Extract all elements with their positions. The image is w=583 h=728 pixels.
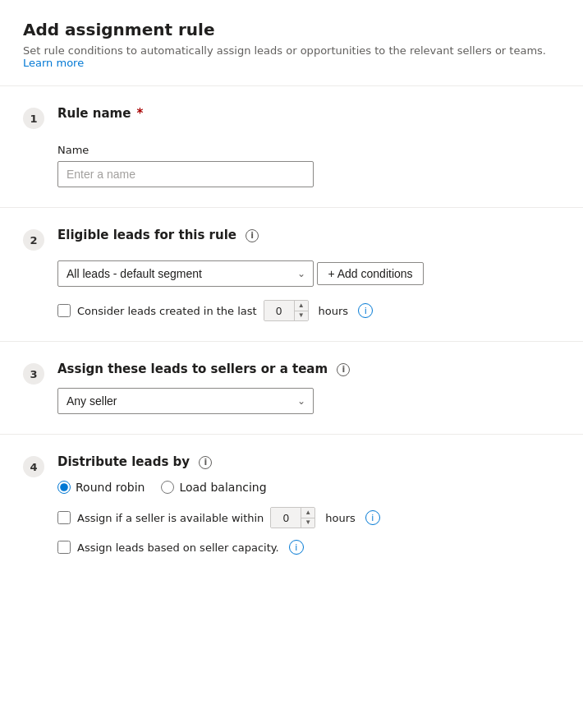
consider-leads-label: Consider leads created in the last [77, 305, 257, 317]
available-hours-label: hours [325, 512, 356, 524]
segment-dropdown-wrapper: All leads - default segment ⌄ [57, 260, 314, 287]
segment-dropdown[interactable]: All leads - default segment [57, 260, 314, 287]
available-within-row: Assign if a seller is available within ▲… [57, 507, 560, 528]
distribute-content: Distribute leads by i Round robin Load b… [57, 454, 560, 555]
assign-sellers-content: Assign these leads to sellers or a team … [57, 362, 560, 414]
leads-hours-info-icon[interactable]: i [358, 303, 373, 318]
eligible-leads-section: 2 Eligible leads for this rule i All lea… [23, 208, 560, 341]
available-hours-input[interactable] [271, 508, 301, 528]
page-title: Add assignment rule [23, 20, 560, 39]
rule-name-section: 1 Rule name * Name [23, 86, 560, 207]
required-asterisk: * [137, 106, 144, 121]
available-hours-down-button[interactable]: ▼ [301, 518, 314, 528]
available-hours-spinner: ▲ ▼ [270, 507, 315, 528]
step-3-circle: 3 [23, 363, 44, 385]
name-label: Name [57, 144, 560, 156]
step-2-circle: 2 [23, 229, 44, 251]
available-hours-up-button[interactable]: ▲ [301, 508, 314, 518]
distribute-section: 4 Distribute leads by i Round robin Load… [23, 435, 560, 574]
round-robin-radio[interactable] [57, 481, 71, 494]
leads-hours-up-button[interactable]: ▲ [295, 301, 308, 311]
round-robin-label: Round robin [76, 481, 145, 494]
rule-name-content: Rule name * Name [57, 106, 560, 187]
load-balancing-label: Load balancing [179, 481, 266, 494]
leads-hours-spinner: ▲ ▼ [264, 300, 309, 321]
load-balancing-radio[interactable] [161, 481, 174, 494]
eligible-leads-content: Eligible leads for this rule i All leads… [57, 228, 560, 321]
leads-hours-spinner-buttons: ▲ ▼ [294, 301, 308, 320]
leads-hours-label: hours [319, 305, 349, 317]
leads-hours-down-button[interactable]: ▼ [295, 311, 308, 321]
rule-name-title: Rule name * [57, 106, 143, 121]
seller-capacity-label: Assign leads based on seller capacity. [77, 541, 279, 554]
assign-sellers-title: Assign these leads to sellers or a team … [57, 362, 560, 376]
leads-hours-input[interactable] [264, 301, 294, 320]
consider-leads-checkbox[interactable] [57, 304, 71, 317]
seller-capacity-checkbox[interactable] [57, 541, 71, 554]
learn-more-link[interactable]: Learn more [23, 57, 84, 69]
rule-name-input[interactable] [57, 161, 314, 187]
seller-dropdown[interactable]: Any seller [57, 388, 314, 414]
add-conditions-button[interactable]: + Add conditions [317, 262, 423, 285]
consider-leads-row: Consider leads created in the last ▲ ▼ h… [57, 300, 560, 321]
distribute-title: Distribute leads by i [57, 454, 560, 469]
load-balancing-option[interactable]: Load balancing [161, 481, 266, 494]
available-within-label: Assign if a seller is available within [77, 512, 264, 524]
round-robin-option[interactable]: Round robin [57, 481, 145, 494]
seller-capacity-info-icon[interactable]: i [289, 540, 304, 555]
step-4-circle: 4 [23, 456, 44, 477]
distribute-info-icon[interactable]: i [199, 456, 212, 469]
assign-sellers-section: 3 Assign these leads to sellers or a tea… [23, 342, 560, 434]
page-container: Add assignment rule Set rule conditions … [0, 0, 583, 607]
seller-capacity-row: Assign leads based on seller capacity. i [57, 540, 560, 555]
available-hours-spinner-buttons: ▲ ▼ [301, 508, 314, 528]
seller-dropdown-wrapper: Any seller ⌄ [57, 388, 314, 414]
available-within-checkbox[interactable] [57, 511, 71, 524]
page-subtitle: Set rule conditions to automatically ass… [23, 44, 560, 69]
step-1-circle: 1 [23, 108, 44, 129]
eligible-leads-info-icon[interactable]: i [246, 229, 259, 242]
distribute-radio-group: Round robin Load balancing [57, 481, 560, 494]
assign-sellers-info-icon[interactable]: i [337, 363, 350, 376]
available-hours-info-icon[interactable]: i [365, 510, 380, 525]
eligible-leads-title: Eligible leads for this rule i [57, 228, 560, 242]
